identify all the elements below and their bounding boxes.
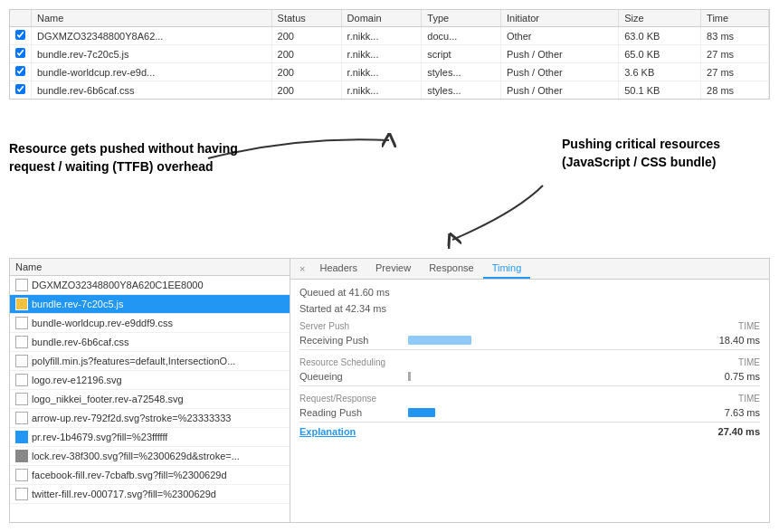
row-initiator: Push / Other (500, 63, 618, 81)
file-name: bundle.rev-6b6caf.css (32, 337, 129, 347)
tab-preview[interactable]: Preview (366, 259, 420, 279)
file-icon (15, 317, 28, 329)
tab-close-button[interactable]: × (294, 260, 310, 278)
row-type: script (422, 45, 501, 63)
table-row[interactable]: DGXMZO32348800Y8A62... 200 r.nikk... doc… (10, 27, 769, 45)
list-item[interactable]: DGXMZO32348800Y8A620C1EE8000 (10, 276, 290, 295)
queued-at: Queued at 41.60 ms (299, 287, 760, 298)
request-response-label: Request/Response TIME (299, 394, 760, 404)
queueing-bar (408, 372, 411, 381)
file-icon (15, 488, 28, 500)
file-name: facebook-fill.rev-7cbafb.svg?fill=%23006… (32, 470, 227, 480)
server-push-label: Server Push TIME (299, 321, 760, 331)
file-name: logo.rev-e12196.svg (32, 375, 122, 385)
list-item[interactable]: pr.rev-1b4679.svg?fill=%23ffffff (10, 428, 290, 447)
row-name: DGXMZO32348800Y8A62... (32, 27, 272, 45)
row-checkbox[interactable] (10, 45, 32, 63)
row-time: 27 ms (701, 45, 769, 63)
row-checkbox[interactable] (10, 27, 32, 45)
row-type: styles... (422, 63, 501, 81)
row-initiator: Push / Other (500, 45, 618, 63)
request-response-section: Request/Response TIME Reading Push 7.63 … (299, 394, 760, 418)
network-table: Name Status Domain Type Initiator Size T… (10, 10, 769, 99)
file-icon (15, 374, 28, 386)
row-time: 28 ms (701, 81, 769, 100)
file-name: logo_nikkei_footer.rev-a72548.svg (32, 394, 184, 404)
file-list-header: Name (10, 259, 290, 276)
annotation-area: Resource gets pushed without having requ… (9, 131, 770, 249)
row-name: bundle-worldcup.rev-e9d... (32, 63, 272, 81)
table-row[interactable]: bundle.rev-7c20c5.js 200 r.nikk... scrip… (10, 45, 769, 63)
list-item[interactable]: twitter-fill.rev-000717.svg?fill=%230062… (10, 485, 290, 504)
file-name: lock.rev-38f300.svg?fill=%2300629d&strok… (32, 451, 240, 461)
explanation-link[interactable]: Explanation (299, 426, 356, 437)
row-name: bundle.rev-6b6caf.css (32, 81, 272, 100)
divider-2 (299, 385, 760, 386)
receiving-push-bar (408, 336, 471, 345)
row-checkbox[interactable] (10, 63, 32, 81)
col-header-domain: Domain (341, 10, 422, 27)
bottom-panel: Name DGXMZO32348800Y8A620C1EE8000 bundle… (9, 258, 770, 523)
row-size: 63.0 KB (619, 27, 701, 45)
file-name: DGXMZO32348800Y8A620C1EE8000 (32, 280, 204, 290)
row-domain: r.nikk... (341, 45, 422, 63)
file-list: DGXMZO32348800Y8A620C1EE8000 bundle.rev-… (10, 276, 290, 504)
row-domain: r.nikk... (341, 81, 422, 100)
timing-panel: × Headers Preview Response Timing Queued… (290, 259, 769, 522)
row-size: 3.6 KB (619, 63, 701, 81)
queueing-row: Queueing 0.75 ms (299, 371, 760, 382)
file-name: twitter-fill.rev-000717.svg?fill=%230062… (32, 489, 216, 499)
list-item[interactable]: bundle.rev-7c20c5.js (10, 295, 290, 314)
divider-3 (299, 422, 760, 423)
file-icon (15, 393, 28, 405)
table-row[interactable]: bundle-worldcup.rev-e9d... 200 r.nikk...… (10, 63, 769, 81)
col-header-checkbox (10, 10, 32, 27)
tab-response[interactable]: Response (420, 259, 483, 279)
annotation-right: Pushing critical resources (JavaScript /… (562, 136, 743, 171)
col-header-status: Status (271, 10, 341, 27)
list-item[interactable]: polyfill.min.js?features=default,Interse… (10, 352, 290, 371)
list-item[interactable]: logo_nikkei_footer.rev-a72548.svg (10, 390, 290, 409)
file-list-panel: Name DGXMZO32348800Y8A620C1EE8000 bundle… (10, 259, 290, 522)
file-name: bundle.rev-7c20c5.js (32, 299, 124, 309)
tab-timing[interactable]: Timing (483, 259, 531, 279)
reading-push-bar (408, 408, 435, 417)
list-item[interactable]: lock.rev-38f300.svg?fill=%2300629d&strok… (10, 447, 290, 466)
row-status: 200 (271, 27, 341, 45)
row-name: bundle.rev-7c20c5.js (32, 45, 272, 63)
row-status: 200 (271, 81, 341, 100)
file-icon (15, 298, 28, 310)
receiving-push-row: Receiving Push 18.40 ms (299, 335, 760, 346)
reading-push-row: Reading Push 7.63 ms (299, 407, 760, 418)
list-item[interactable]: facebook-fill.rev-7cbafb.svg?fill=%23006… (10, 466, 290, 485)
row-status: 200 (271, 45, 341, 63)
row-domain: r.nikk... (341, 63, 422, 81)
row-type: styles... (422, 81, 501, 100)
file-icon (15, 450, 28, 462)
col-header-size: Size (619, 10, 701, 27)
timing-content: Queued at 41.60 ms Started at 42.34 ms S… (290, 280, 769, 444)
row-time: 83 ms (701, 27, 769, 45)
list-item[interactable]: arrow-up.rev-792f2d.svg?stroke=%23333333 (10, 409, 290, 428)
list-item[interactable]: bundle-worldcup.rev-e9ddf9.css (10, 314, 290, 333)
file-name: polyfill.min.js?features=default,Interse… (32, 356, 235, 366)
row-time: 27 ms (701, 63, 769, 81)
file-icon (15, 355, 28, 367)
row-checkbox[interactable] (10, 81, 32, 100)
file-icon (15, 412, 28, 424)
table-row[interactable]: bundle.rev-6b6caf.css 200 r.nikk... styl… (10, 81, 769, 100)
file-icon (15, 336, 28, 348)
resource-scheduling-section: Resource Scheduling TIME Queueing 0.75 m… (299, 357, 760, 382)
file-name: pr.rev-1b4679.svg?fill=%23ffffff (32, 432, 167, 442)
list-item[interactable]: logo.rev-e12196.svg (10, 371, 290, 390)
divider-1 (299, 349, 760, 350)
list-item[interactable]: bundle.rev-6b6caf.css (10, 333, 290, 352)
file-name: bundle-worldcup.rev-e9ddf9.css (32, 318, 173, 328)
row-initiator: Push / Other (500, 81, 618, 100)
col-header-initiator: Initiator (500, 10, 618, 27)
tab-headers[interactable]: Headers (310, 259, 366, 279)
row-size: 65.0 KB (619, 45, 701, 63)
row-initiator: Other (500, 27, 618, 45)
file-name: arrow-up.rev-792f2d.svg?stroke=%23333333 (32, 413, 231, 423)
file-icon (15, 279, 28, 291)
